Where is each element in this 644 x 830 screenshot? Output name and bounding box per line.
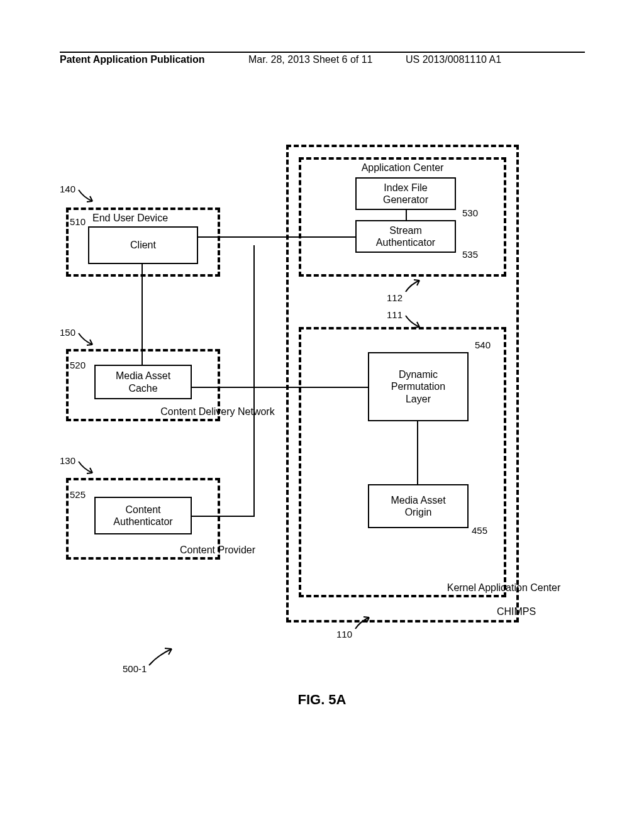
- box-media-asset-cache: Media Asset Cache: [94, 365, 192, 399]
- ref-520: 520: [70, 360, 86, 370]
- page: Patent Application Publication Mar. 28, …: [0, 0, 644, 830]
- header-center: Mar. 28, 2013 Sheet 6 of 11: [248, 54, 372, 65]
- line-dpl-origin: [417, 421, 418, 484]
- header-left: Patent Application Publication: [60, 54, 205, 65]
- ref-110: 110: [336, 629, 352, 639]
- diagram-canvas: CHIMPS Application Center Index File Gen…: [60, 138, 538, 654]
- group-end-user-device-label: End User Device: [69, 213, 218, 224]
- lead-130: [77, 460, 99, 474]
- figure-label: FIG. 5A: [0, 692, 644, 708]
- lead-150: [77, 332, 99, 346]
- lead-112: [404, 279, 426, 293]
- box-dynamic-permutation-layer: Dynamic Permutation Layer: [368, 352, 469, 421]
- group-kernel-application-center-label: Kernel Application Center: [402, 582, 605, 594]
- ref-530: 530: [462, 208, 478, 218]
- header-rule: [60, 52, 585, 53]
- ref-140: 140: [60, 184, 75, 194]
- group-application-center-label: Application Center: [301, 162, 504, 174]
- line-auth-v: [253, 245, 255, 517]
- box-media-asset-origin: Media Asset Origin: [368, 484, 469, 528]
- ref-525: 525: [70, 489, 86, 500]
- box-stream-authenticator: Stream Authenticator: [355, 220, 456, 253]
- group-content-provider-label: Content Provider: [143, 545, 292, 556]
- lead-500-1: [148, 648, 175, 667]
- ref-111: 111: [387, 309, 402, 320]
- box-index-file-generator: Index File Generator: [355, 177, 456, 210]
- ref-535: 535: [462, 249, 478, 260]
- line-cache-dpl: [192, 387, 368, 388]
- ref-130: 130: [60, 455, 75, 466]
- group-cdn-label: Content Delivery Network: [143, 406, 292, 418]
- box-content-authenticator: Content Authenticator: [94, 497, 192, 534]
- lead-111: [404, 314, 426, 328]
- ref-500-1: 500-1: [123, 663, 147, 674]
- box-client: Client: [88, 226, 198, 264]
- group-chimps-label: CHIMPS: [402, 606, 630, 617]
- ref-510: 510: [70, 216, 86, 227]
- lead-140: [77, 189, 99, 202]
- lead-110: [354, 616, 375, 630]
- line-auth-h: [192, 516, 255, 517]
- header-right: US 2013/0081110 A1: [406, 54, 501, 65]
- line-idx-stream: [406, 210, 407, 220]
- ref-455: 455: [472, 525, 487, 536]
- ref-540: 540: [475, 340, 491, 350]
- ref-150: 150: [60, 327, 75, 338]
- line-client-cache: [142, 264, 143, 365]
- ref-112: 112: [387, 292, 402, 303]
- line-client-auth: [198, 236, 355, 238]
